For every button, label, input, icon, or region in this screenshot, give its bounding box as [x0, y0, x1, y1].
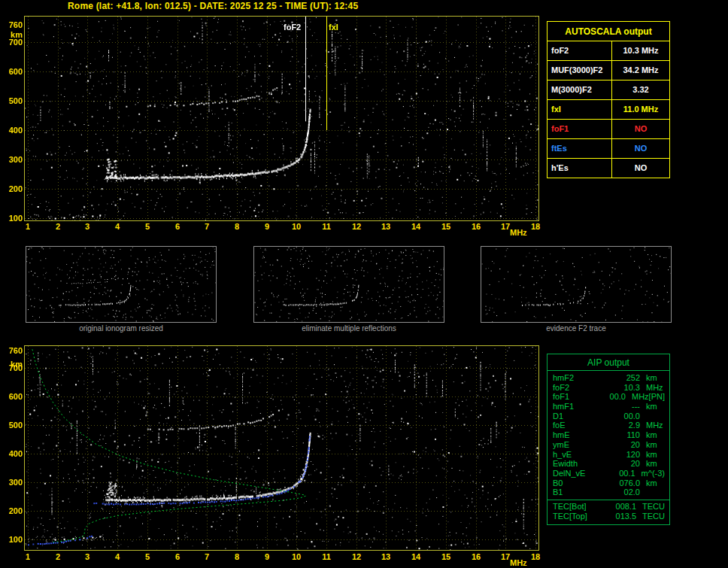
autoscala-param-value: 11.0 MHz	[612, 100, 669, 119]
x-axis-tick-6: 6	[171, 552, 184, 561]
aip-param-name: foF1	[548, 392, 593, 402]
aip-row-B0: B0076.0km	[548, 478, 669, 488]
aip-param-unit: km	[640, 373, 657, 383]
x-axis-tick-9: 9	[260, 552, 274, 561]
y-axis-unit: km	[2, 360, 23, 369]
aip-table-header: AIP output	[548, 354, 669, 371]
thumbnail-f2-trace	[481, 246, 672, 323]
y-axis-tick-760: 760	[2, 20, 23, 29]
thumbnail-caption-multiples: eliminate multiple reflections	[253, 324, 444, 333]
x-axis-tick-14: 14	[409, 222, 423, 231]
aip-row-hmF1: hmF1---km	[548, 402, 669, 412]
aip-param-value: 2.9	[601, 421, 640, 430]
aip-param-note	[665, 502, 669, 512]
x-axis-tick-14: 14	[409, 552, 423, 561]
y-axis-unit: km	[2, 30, 23, 39]
autoscala-param-value: NO	[612, 120, 669, 138]
y-axis-tick-100: 100	[2, 535, 23, 544]
aip-output-table: AIP output hmF2252kmfoF210.3MHzfoF100.0M…	[547, 354, 670, 525]
foF2-marker-label: foF2	[284, 23, 301, 32]
x-axis-tick-9: 9	[260, 222, 274, 231]
autoscala-row-foF1: foF1NO	[548, 120, 669, 139]
aip-param-unit: MHz	[640, 383, 663, 393]
aip-param-value: 110	[601, 430, 640, 440]
aip-param-value: 00.0	[601, 412, 640, 421]
aip-param-unit: km	[640, 430, 657, 440]
autoscala-row-fxI: fxI11.0 MHz	[548, 100, 669, 120]
x-axis-tick-8: 8	[230, 552, 244, 561]
aip-param-value: 252	[601, 373, 640, 383]
x-axis-tick-1: 1	[21, 552, 35, 561]
aip-param-name: h_vE	[548, 450, 601, 460]
autoscala-param-value: 3.32	[612, 80, 669, 99]
x-axis-tick-16: 16	[469, 222, 483, 231]
aip-row-hmF2: hmF2252km	[548, 373, 669, 383]
thumbnail-caption-original: original ionogram resized	[26, 324, 217, 333]
autoscala-output-table: AUTOSCALA output foF210.3 MHzMUF(3000)F2…	[547, 21, 670, 178]
x-axis-tick-8: 8	[230, 222, 244, 231]
thumbnail-caption-f2trace: evidence F2 trace	[481, 324, 672, 333]
y-axis-tick-200: 200	[2, 506, 23, 515]
aip-param-name: foF2	[548, 383, 601, 393]
aip-param-name: hmE	[548, 430, 601, 440]
aip-param-name: D1	[548, 412, 601, 421]
x-axis-tick-12: 12	[350, 222, 363, 231]
autoscala-param-value: 10.3 MHz	[612, 41, 669, 60]
aip-param-unit: MHz	[626, 392, 649, 402]
aip-param-note	[657, 430, 669, 440]
autoscala-row-M(3000)F2: M(3000)F23.32	[548, 80, 669, 100]
aip-param-note	[663, 383, 669, 393]
autoscala-row-ftEs: ftEsNO	[548, 139, 669, 159]
autoscala-table-header: AUTOSCALA output	[548, 22, 669, 41]
aip-param-unit: MHz	[640, 421, 663, 430]
x-axis-tick-11: 11	[320, 222, 333, 231]
x-axis-tick-2: 2	[51, 552, 65, 561]
autoscala-row-h'Es: h'EsNO	[548, 159, 669, 178]
aip-param-unit: km	[640, 402, 657, 412]
x-axis-tick-5: 5	[141, 222, 154, 231]
x-axis-unit: MHz	[510, 558, 527, 567]
x-axis-tick-3: 3	[80, 222, 94, 231]
aip-param-note	[646, 412, 669, 421]
aip-param-name: B1	[548, 488, 601, 497]
x-axis-tick-10: 10	[290, 552, 303, 561]
autoscala-param-label: foF1	[548, 120, 612, 138]
aip-param-name: ymE	[548, 440, 601, 450]
aip-param-value: 02.0	[601, 488, 640, 497]
aip-param-note	[663, 421, 669, 430]
aip-param-unit: km	[640, 450, 657, 460]
x-axis-tick-15: 15	[439, 222, 453, 231]
aip-param-value: 00.1	[598, 469, 635, 478]
y-axis-tick-600: 600	[2, 392, 23, 401]
aip-param-unit	[640, 412, 646, 421]
autoscala-row-foF2: foF210.3 MHz	[548, 41, 669, 61]
aip-row-hmE: hmE110km	[548, 430, 669, 440]
aip-param-note	[657, 373, 669, 383]
autoscala-param-label: foF2	[548, 41, 612, 60]
autoscala-param-value: NO	[612, 159, 669, 178]
aip-param-unit: km	[640, 440, 657, 450]
y-axis-tick-500: 500	[2, 421, 23, 430]
top-ionogram-canvas	[24, 16, 539, 221]
thumbnail-multiples-removed	[253, 246, 444, 323]
aip-param-note	[657, 459, 669, 469]
x-axis-tick-2: 2	[51, 222, 65, 231]
aip-param-value: 00.0	[593, 392, 626, 402]
aip-param-name: TEC[Top]	[548, 512, 599, 521]
y-axis-tick-600: 600	[2, 67, 23, 76]
aip-param-name: foE	[548, 421, 601, 430]
aip-param-unit: TECU	[636, 512, 665, 521]
x-axis-tick-18: 18	[529, 552, 542, 561]
aip-param-note: [PN]	[649, 392, 669, 402]
aip-param-note	[657, 402, 669, 412]
bottom-ionogram-canvas	[24, 345, 539, 551]
y-axis-tick-760: 760	[2, 346, 23, 355]
autoscala-param-label: ftEs	[548, 139, 612, 158]
aip-param-name: DelN_vE	[548, 469, 598, 478]
x-axis-tick-12: 12	[350, 552, 363, 561]
autoscala-app-window: Rome (lat: +41.8, lon: 012.5) - DATE: 20…	[0, 0, 728, 568]
aip-param-unit	[640, 488, 646, 497]
aip-row-DelN_vE: DelN_vE00.1m^(-3)	[548, 469, 669, 478]
aip-param-value: 10.3	[601, 383, 640, 393]
aip-row-foF1: foF100.0MHz[PN]	[548, 392, 669, 402]
